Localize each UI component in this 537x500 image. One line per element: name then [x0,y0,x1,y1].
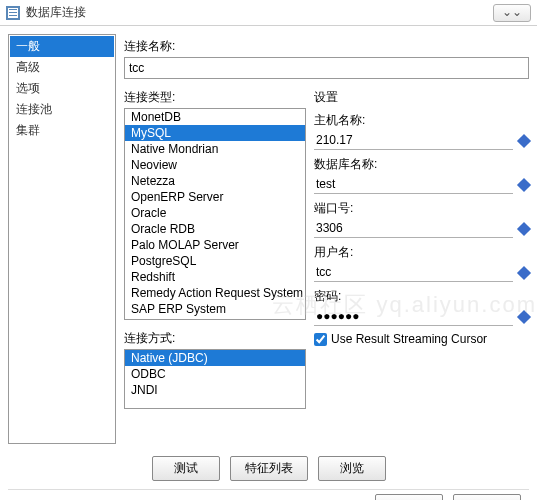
host-var-icon[interactable] [517,133,531,147]
pwd-input[interactable] [314,307,513,326]
feature-list-button[interactable]: 特征列表 [230,456,308,481]
result-cursor-checkbox[interactable] [314,333,327,346]
dialog-body: 一般高级选项连接池集群 连接名称: 连接类型: MonetDBMySQLNati… [0,26,537,452]
main-panel: 连接名称: 连接类型: MonetDBMySQLNative MondrianN… [124,34,529,444]
dialog-buttons: 确认 取消 [0,490,537,500]
test-button[interactable]: 测试 [152,456,220,481]
list-item[interactable]: SQLite [125,317,305,320]
browse-button[interactable]: 浏览 [318,456,386,481]
list-item[interactable]: Palo MOLAP Server [125,237,305,253]
close-button[interactable]: ⌄⌄ [493,4,531,22]
result-cursor-label: Use Result Streaming Cursor [331,332,487,346]
list-item[interactable]: Native Mondrian [125,141,305,157]
cancel-button[interactable]: 取消 [453,494,521,500]
host-input[interactable] [314,131,513,150]
list-item[interactable]: Oracle RDB [125,221,305,237]
action-buttons: 测试 特征列表 浏览 [0,452,537,489]
list-item[interactable]: Oracle [125,205,305,221]
list-item[interactable]: JNDI [125,382,305,398]
sidebar-item[interactable]: 选项 [10,78,114,99]
conn-method-label: 连接方式: [124,326,306,349]
pwd-label: 密码: [314,284,529,307]
ok-button[interactable]: 确认 [375,494,443,500]
title-bar: 数据库连接 ⌄⌄ [0,0,537,26]
pwd-var-icon[interactable] [517,309,531,323]
list-item[interactable]: SAP ERP System [125,301,305,317]
port-input[interactable] [314,219,513,238]
port-var-icon[interactable] [517,221,531,235]
user-input[interactable] [314,263,513,282]
conn-type-list[interactable]: MonetDBMySQLNative MondrianNeoviewNetezz… [124,108,306,320]
conn-name-label: 连接名称: [124,34,529,57]
host-label: 主机名称: [314,108,529,131]
settings-heading: 设置 [314,85,529,108]
list-item[interactable]: Neoview [125,157,305,173]
list-item[interactable]: Redshift [125,269,305,285]
conn-name-input[interactable] [124,57,529,79]
user-label: 用户名: [314,240,529,263]
list-item[interactable]: ODBC [125,366,305,382]
list-item[interactable]: OpenERP Server [125,189,305,205]
db-input[interactable] [314,175,513,194]
sidebar-item[interactable]: 连接池 [10,99,114,120]
list-item[interactable]: Remedy Action Request System [125,285,305,301]
sidebar-item[interactable]: 高级 [10,57,114,78]
conn-method-list[interactable]: Native (JDBC)ODBCJNDI [124,349,306,409]
db-label: 数据库名称: [314,152,529,175]
app-icon [6,6,20,20]
list-item[interactable]: PostgreSQL [125,253,305,269]
window-title: 数据库连接 [26,4,493,21]
port-label: 端口号: [314,196,529,219]
sidebar: 一般高级选项连接池集群 [8,34,116,444]
db-var-icon[interactable] [517,177,531,191]
list-item[interactable]: MonetDB [125,109,305,125]
list-item[interactable]: Netezza [125,173,305,189]
conn-type-label: 连接类型: [124,85,306,108]
sidebar-item[interactable]: 一般 [10,36,114,57]
list-item[interactable]: MySQL [125,125,305,141]
user-var-icon[interactable] [517,265,531,279]
sidebar-item[interactable]: 集群 [10,120,114,141]
list-item[interactable]: Native (JDBC) [125,350,305,366]
